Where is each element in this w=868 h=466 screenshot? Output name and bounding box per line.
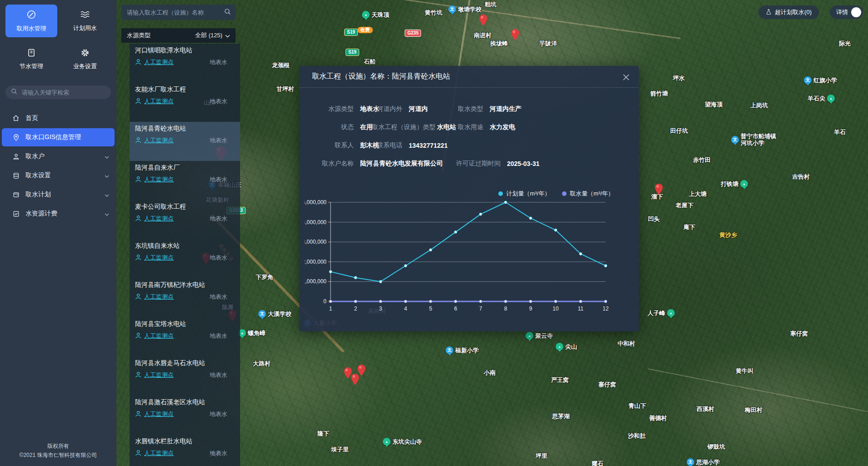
filter-label: 水源类型 [127, 31, 151, 40]
map-label: 箭竹塘 [650, 90, 668, 97]
map-label: 文红旗小学 [804, 76, 837, 84]
notebook-icon [27, 48, 36, 59]
menu-item-water-users[interactable]: 取水户 [2, 147, 115, 165]
modal-header: 取水工程（设施）名称：陆河县青砼水电站 [299, 66, 639, 88]
school-icon: 文 [448, 5, 456, 13]
station-pin-icon[interactable] [479, 15, 487, 28]
map-label: 人子峰▲ [647, 309, 675, 317]
svg-text:5,000,000: 5,000,000 [305, 199, 326, 205]
detail-row: 联系人 彭木桃 联系电话 13432771221 [299, 136, 639, 155]
legend-item[interactable]: 计划量（m³/年） [498, 190, 550, 198]
detail-toggle[interactable]: 详情 [830, 5, 863, 19]
station-pin-icon[interactable] [357, 365, 366, 378]
module-business-settings[interactable]: 业务设置 [59, 43, 111, 75]
menu-item-intake-plan[interactable]: 取水计划 [2, 185, 115, 204]
station-list-item[interactable]: 麦卡公司取水工程 人工监测点 地表水 [130, 200, 240, 239]
legend-item[interactable]: 取水量（m³/年） [562, 190, 614, 198]
module-water-saving-management[interactable]: 节水管理 [5, 43, 57, 75]
station-list-item[interactable]: 陆河县自来水厂 人工监测点 地表水 [130, 161, 240, 200]
svg-text:5: 5 [429, 306, 432, 312]
detail-label: 详情 [836, 8, 848, 16]
plan-icon [12, 190, 20, 199]
mountain-icon: ▲ [362, 11, 370, 19]
search-icon[interactable] [224, 8, 231, 17]
map-label: 黄竹坑 [425, 9, 442, 16]
svg-text:10: 10 [552, 306, 559, 312]
map-label: 庵下 [683, 224, 695, 230]
station-list-item[interactable]: 东坑镇自来水站 人工监测点 地表水 [130, 239, 240, 278]
station-name: 陆河县水唇走马石水电站 [135, 359, 227, 367]
toggle-knob[interactable] [851, 7, 861, 17]
mountain-icon: ▲ [667, 309, 675, 317]
monitor-type: 人工监测点 [135, 371, 174, 379]
menu-item-water-resource-billing[interactable]: 水资源计费 [2, 205, 115, 223]
map-label: 打铁塘▲ [721, 180, 748, 188]
station-detail-modal: 取水工程（设施）名称：陆河县青砼水电站 水源类型 地表水 河道内外 河道内 取水… [299, 66, 639, 331]
map-label: 坪里 [536, 452, 547, 459]
station-list-item[interactable]: 陆河县南万镇杞洋水电站 人工监测点 地表水 [130, 278, 240, 317]
map-label: 隆下 [317, 430, 329, 437]
person-icon [135, 59, 141, 66]
module-planned-water-use[interactable]: 计划用水 [59, 5, 111, 37]
station-list-item[interactable]: 陆河县激石溪老区水电站 人工监测点 地表水 [130, 396, 240, 435]
road-line [401, 0, 681, 39]
station-list: 河口镇唱歌潭水电站 人工监测点 地表水 友能水厂取水工程 人工监测点 地表水 陆… [130, 44, 240, 466]
menu-item-intake-settings[interactable]: 取水设置 [2, 166, 115, 185]
menu-item-intake-gis-management[interactable]: 取水口GIS信息管理 [2, 128, 115, 146]
monitor-type: 人工监测点 [135, 410, 174, 418]
map-label: 上大塘 [689, 190, 707, 197]
svg-text:3: 3 [379, 306, 382, 312]
gauge-icon [26, 10, 36, 21]
map-label: 石船 [364, 58, 376, 65]
station-name: 友能水厂取水工程 [135, 85, 227, 94]
svg-text:8: 8 [504, 306, 507, 312]
station-list-item[interactable]: 水唇镇水栏肚水电站 人工监测点 地表水 [130, 435, 240, 466]
station-list-item[interactable]: 友能水厂取水工程 人工监测点 地表水 [130, 83, 240, 122]
station-pin-icon[interactable] [655, 184, 663, 197]
station-list-item[interactable]: 陆河县宝塔水电站 人工监测点 地表水 [130, 317, 240, 356]
over-plan-intake-button[interactable]: 超计划取水(0) [758, 5, 819, 19]
station-search-input[interactable] [126, 9, 224, 16]
flask-icon [766, 9, 772, 16]
menu-item-home[interactable]: 首页 [2, 109, 115, 127]
map-label: 上岗坑 [750, 102, 768, 109]
map-label: 甘坪村 [276, 85, 294, 92]
mountain-icon: ▲ [556, 343, 563, 351]
person-icon [135, 332, 141, 340]
detail-fields: 水源类型 地表水 河道内外 河道内 取水类型 河道内生产 状态 在用 取水工程（… [299, 100, 639, 173]
station-list-item[interactable]: 河口镇唱歌潭水电站 人工监测点 地表水 [130, 44, 240, 83]
detail-row: 状态 在用 取水工程（设施）类型 水电站 取水用途 水力发电 [299, 118, 639, 136]
map-label: 文墩塘学校 [448, 5, 482, 13]
map-label: 严王窝 [551, 376, 569, 383]
station-list-item[interactable]: 陆河县青砼水电站 人工监测点 地表水 [130, 122, 240, 161]
sidebar-search-input[interactable] [21, 89, 105, 96]
module-water-intake-management[interactable]: 取用水管理 [5, 5, 57, 37]
home-icon [12, 114, 20, 122]
water-source-filter: 水源类型 全部 (125) [121, 28, 236, 43]
sidebar-search[interactable] [5, 85, 111, 99]
map-label: ▲螺角嶂 [238, 329, 266, 337]
monitor-type: 人工监测点 [135, 332, 174, 340]
map-label: 坪水 [673, 75, 685, 81]
station-list-item[interactable]: 陆河县水唇走马石水电站 人工监测点 地表水 [130, 356, 240, 396]
map-label: 赤竹田 [693, 156, 711, 163]
svg-text:7: 7 [479, 306, 482, 312]
station-pin-icon[interactable] [511, 29, 519, 43]
filter-value-dropdown[interactable]: 全部 (125) [195, 31, 230, 40]
monitor-type: 人工监测点 [135, 254, 174, 262]
waves-icon [80, 10, 90, 20]
svg-text:2,000,000: 2,000,000 [305, 259, 326, 265]
water-source-type: 地表水 [210, 175, 227, 184]
road-badge: S19 [346, 49, 359, 56]
map-label: 善德村 [649, 415, 667, 421]
school-icon: 文 [446, 346, 453, 354]
map-label: 粗坑 [485, 1, 497, 8]
mountain-icon: ▲ [740, 180, 748, 188]
station-search[interactable] [121, 5, 236, 20]
map-label: 文普宁市船埔镇河坑小学 [731, 133, 776, 146]
sidebar: 取用水管理 计划用水 节水管理 [0, 0, 116, 466]
close-icon[interactable] [622, 73, 631, 82]
detail-row: 取水户名称 陆河县青砼水电发展有限公司 许可证过期时间 2025-03-31 [299, 155, 639, 173]
map-label: 际光 [839, 40, 851, 47]
school-icon: 文 [258, 310, 266, 318]
